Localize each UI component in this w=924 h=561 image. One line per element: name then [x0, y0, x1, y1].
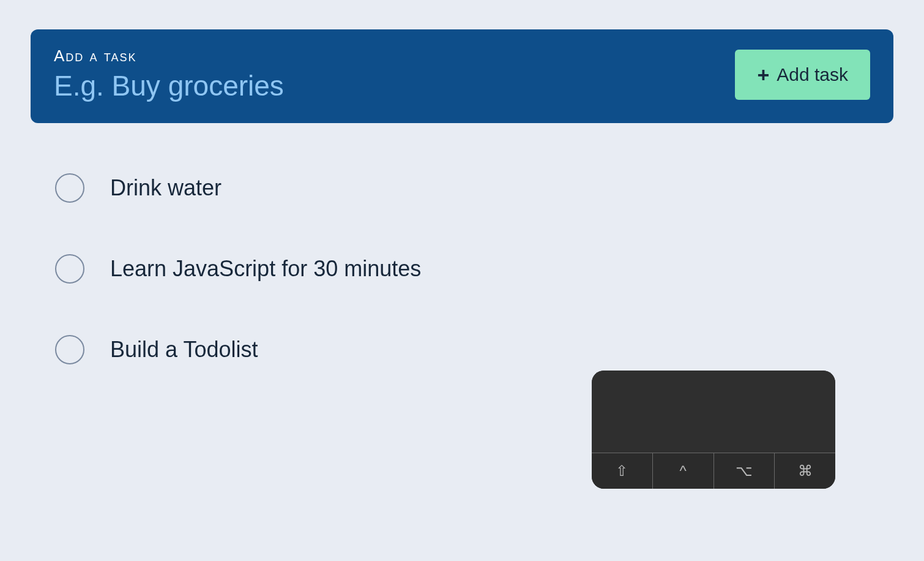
task-checkbox[interactable]	[55, 173, 84, 203]
control-key[interactable]: ^	[653, 453, 714, 489]
option-icon: ⌥	[736, 462, 753, 480]
task-checkbox[interactable]	[55, 254, 84, 284]
add-task-input[interactable]	[54, 69, 735, 102]
command-key[interactable]: ⌘	[775, 453, 835, 489]
add-task-label: Add a task	[54, 47, 735, 66]
control-icon: ^	[679, 462, 686, 480]
app-container: Add a task + Add task Drink water Learn …	[0, 0, 924, 379]
shift-key[interactable]: ⇧	[592, 453, 653, 489]
option-key[interactable]: ⌥	[714, 453, 775, 489]
shift-icon: ⇧	[616, 462, 628, 480]
command-icon: ⌘	[798, 462, 813, 480]
task-item: Learn JavaScript for 30 minutes	[55, 239, 893, 298]
onscreen-keyboard-overlay: ⇧ ^ ⌥ ⌘	[592, 371, 835, 489]
add-task-panel: Add a task + Add task	[31, 29, 893, 123]
task-item: Drink water	[55, 159, 893, 217]
task-list: Drink water Learn JavaScript for 30 minu…	[31, 123, 893, 379]
keyboard-display-area	[592, 371, 835, 453]
task-text: Drink water	[110, 175, 222, 201]
task-text: Learn JavaScript for 30 minutes	[110, 256, 421, 282]
task-text: Build a Todolist	[110, 337, 258, 363]
task-checkbox[interactable]	[55, 335, 84, 364]
plus-icon: +	[757, 64, 769, 85]
keyboard-modifier-row: ⇧ ^ ⌥ ⌘	[592, 453, 835, 489]
add-task-button[interactable]: + Add task	[735, 50, 870, 100]
add-task-left: Add a task	[54, 47, 735, 102]
add-task-button-label: Add task	[777, 64, 848, 85]
